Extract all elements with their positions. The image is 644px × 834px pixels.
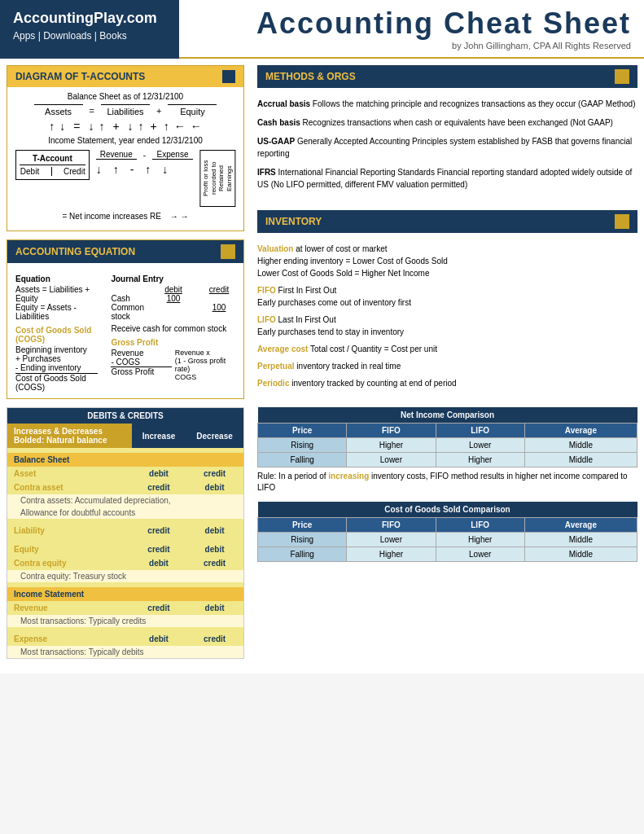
gp-heading: Gross Profit xyxy=(111,338,235,347)
dc-table: DEBITS & CREDITS Increases & Decreases B… xyxy=(7,408,243,658)
methods-entry: US-GAAP Generally Accepted Accounting Pr… xyxy=(257,135,637,160)
eq-right: Journal Entry debit credit Cash 100 Comm… xyxy=(111,274,235,392)
balance-sheet-label: Balance Sheet as of 12/31/2100 xyxy=(15,92,235,101)
methods-entry: IFRS International Financial Reporting S… xyxy=(257,166,637,191)
cogs-heading: Cost of Goods Sold (COGS) xyxy=(15,326,98,344)
cogs-line4: Cost of Goods Sold (COGS) xyxy=(15,374,98,392)
methods-section: METHODS & ORGS Accrual basis Follows the… xyxy=(257,65,637,202)
net-income-table: Net Income Comparison PriceFIFOLIFOAvera… xyxy=(257,407,637,467)
net-income-comparison: Net Income Comparison PriceFIFOLIFOAvera… xyxy=(257,407,637,494)
eq-left: Equation Assets = Liabilities + Equity E… xyxy=(15,274,98,392)
bs-equity: Equity xyxy=(168,104,217,116)
je-stock-row: Common stock 100 xyxy=(111,303,235,321)
je-cash-row: Cash 100 xyxy=(111,294,235,303)
inventory-entry: Perpetual inventory tracked in real time xyxy=(257,360,637,372)
inventory-entry: Periodic inventory tracked by counting a… xyxy=(257,377,637,389)
inventory-entry: LIFO Last In First OutEarly purchases te… xyxy=(257,314,637,338)
diagram-title-text: DIAGRAM OF T-ACCOUNTS xyxy=(15,71,145,82)
cogs-line3: - Ending inventory xyxy=(15,363,98,374)
rev-exp-body: ↓ ↑ - ↑ ↓ xyxy=(96,163,193,176)
eq-heading: Equation xyxy=(15,274,98,283)
bs-plus: + xyxy=(156,106,161,116)
gp-rows: Revenue - COGS Gross Profit Revenue x (1… xyxy=(111,349,235,381)
eq-section-header: ACCOUNTING EQUATION xyxy=(7,240,243,263)
page-title: Accounting Cheat Sheet xyxy=(256,7,631,41)
eq-line2: Equity = Assets - Liabilities xyxy=(15,303,98,321)
left-column: DIAGRAM OF T-ACCOUNTS Balance Sheet as o… xyxy=(7,65,251,667)
rev-exp-header: Revenue - Expense xyxy=(96,150,193,160)
cogs-table: Cost of Goods Sold Comparison PriceFIFOL… xyxy=(257,502,637,562)
cogs-line1: Beginning inventory xyxy=(15,345,98,354)
credit-col: Credit xyxy=(64,167,85,176)
site-name: AccountingPlay.com xyxy=(13,10,166,27)
bs-equation: Assets = Liabilities + Equity xyxy=(15,104,235,116)
inventory-entry: Valuation at lower of cost or marketHigh… xyxy=(257,243,637,279)
je-heading: Journal Entry xyxy=(111,274,235,283)
bs-assets: Assets xyxy=(34,104,83,116)
dc-col-header-left: Increases & Decreases Bolded: Natural ba… xyxy=(7,424,132,448)
t-account-header: T-Account xyxy=(20,154,85,165)
methods-accent xyxy=(615,69,629,84)
methods-entry: Cash basis Recognizes transactions when … xyxy=(257,116,637,129)
dc-col-increase: Increase xyxy=(132,424,186,448)
t-account-box: T-Account Debit Credit xyxy=(15,150,90,180)
methods-content: Accrual basis Follows the matching princ… xyxy=(257,93,637,202)
cogs-comparison: Cost of Goods Sold Comparison PriceFIFOL… xyxy=(257,502,637,562)
methods-title: METHODS & ORGS xyxy=(265,71,356,82)
dc-section: DEBITS & CREDITS Increases & Decreases B… xyxy=(7,407,244,659)
diagram-section: DIAGRAM OF T-ACCOUNTS Balance Sheet as o… xyxy=(7,65,244,231)
arrows-row-1: ↑↓ = ↓↑ + ↓↑ + ↑←← xyxy=(15,120,235,133)
main-content: DIAGRAM OF T-ACCOUNTS Balance Sheet as o… xyxy=(0,59,644,674)
je-note: Receive cash for common stock xyxy=(111,324,235,333)
eq-line1: Assets = Liabilities + Equity xyxy=(15,285,98,303)
eq-section: ACCOUNTING EQUATION Equation Assets = Li… xyxy=(7,239,244,399)
nav-links[interactable]: Apps | Downloads | Books xyxy=(13,30,166,42)
t-account-area: T-Account Debit Credit xyxy=(15,150,235,207)
subtitle: by John Gillingham, CPA All Rights Reser… xyxy=(452,41,631,50)
dc-header: debit credit xyxy=(111,285,235,294)
inventory-section: INVENTORY Valuation at lower of cost or … xyxy=(257,210,637,399)
bs-liabilities: Liabilities xyxy=(101,104,150,116)
eq-content: Equation Assets = Liabilities + Equity E… xyxy=(7,268,243,398)
dc-col-decrease: Decrease xyxy=(186,424,243,448)
methods-header: METHODS & ORGS xyxy=(257,65,637,88)
profit-label: Profit or loss recorded to Retained Earn… xyxy=(199,150,235,207)
income-label: Income Statement, year ended 12/31/2100 xyxy=(15,136,235,145)
header-left: AccountingPlay.com Apps | Downloads | Bo… xyxy=(0,0,179,59)
diagram-title: DIAGRAM OF T-ACCOUNTS xyxy=(7,66,243,87)
bs-equals: = xyxy=(90,106,94,116)
diagram-title-accent xyxy=(222,70,235,83)
inventory-accent xyxy=(615,214,629,229)
methods-entry: Accrual basis Follows the matching princ… xyxy=(257,98,637,110)
debit-col: Debit xyxy=(20,167,40,176)
dc-main-header: DEBITS & CREDITS xyxy=(7,408,243,424)
rule-text: Rule: In a period of increasing inventor… xyxy=(257,471,637,494)
t-account-body: Debit Credit xyxy=(20,167,85,176)
net-income-line: = Net income increases RE → → xyxy=(15,212,235,221)
inventory-content: Valuation at lower of cost or marketHigh… xyxy=(257,238,637,399)
right-column: METHODS & ORGS Accrual basis Follows the… xyxy=(251,65,637,667)
eq-title: ACCOUNTING EQUATION xyxy=(15,246,135,257)
header: AccountingPlay.com Apps | Downloads | Bo… xyxy=(0,0,644,59)
diagram-content: Balance Sheet as of 12/31/2100 Assets = … xyxy=(7,87,243,226)
inventory-title: INVENTORY xyxy=(265,216,322,227)
eq-accent xyxy=(221,244,235,259)
cogs-line2: + Purchases xyxy=(15,354,98,363)
header-right: Accounting Cheat Sheet by John Gillingha… xyxy=(179,0,644,59)
inventory-entry: FIFO First In First OutEarly purchases c… xyxy=(257,284,637,309)
inventory-entry: Average cost Total cost / Quantity = Cos… xyxy=(257,343,637,355)
rev-exp-area: Revenue - Expense ↓ ↑ - ↑ xyxy=(96,150,193,176)
inventory-header: INVENTORY xyxy=(257,210,637,233)
